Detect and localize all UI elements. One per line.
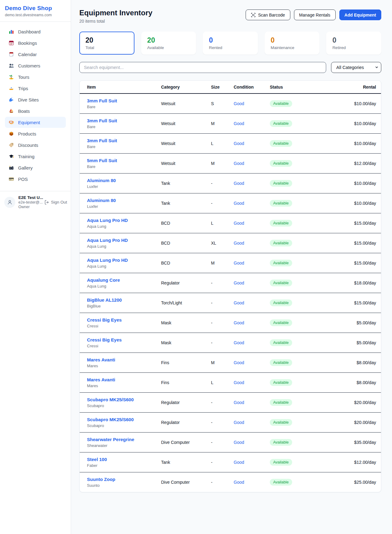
item-link[interactable]: Aqualung Core: [87, 277, 161, 283]
table-row[interactable]: Steel 100FaberTank-GoodAvailable$12.00/d…: [80, 452, 381, 472]
condition-link[interactable]: Good: [234, 420, 270, 425]
item-link[interactable]: 5mm Full Suit: [87, 158, 161, 163]
rental-price: $8.00/day: [316, 380, 376, 385]
item-link[interactable]: Cressi Big Eyes: [87, 337, 161, 342]
status-badge: Available: [270, 439, 292, 446]
table-row[interactable]: Aqua Lung Pro HDAqua LungBCDMGoodAvailab…: [80, 253, 381, 273]
item-link[interactable]: Scubapro MK25/S600: [87, 417, 161, 422]
condition-link[interactable]: Good: [234, 101, 270, 106]
item-link[interactable]: Shearwater Peregrine: [87, 437, 161, 442]
item-link[interactable]: Mares Avanti: [87, 357, 161, 362]
stat-label: Available: [147, 45, 190, 50]
tear-calendar-icon: [9, 51, 14, 57]
status-badge: Available: [270, 280, 292, 286]
stat-card-available[interactable]: 20Available: [141, 32, 196, 55]
item-link[interactable]: 3mm Full Suit: [87, 118, 161, 123]
table-row[interactable]: Suunto ZoopSuuntoDive Computer-GoodAvail…: [80, 472, 381, 492]
condition-link[interactable]: Good: [234, 161, 270, 166]
sidebar-item-trips[interactable]: Trips: [5, 83, 66, 94]
sidebar-item-equipment[interactable]: Equipment: [5, 117, 66, 128]
sidebar-item-dive-sites[interactable]: Dive Sites: [5, 94, 66, 105]
item-link[interactable]: 3mm Full Suit: [87, 138, 161, 143]
table-row[interactable]: Aluminum 80LuxferTank-GoodAvailable$10.0…: [80, 174, 381, 193]
item-brand: Bare: [87, 105, 161, 109]
rental-price: $35.00/day: [316, 440, 376, 445]
table-row[interactable]: Scubapro MK25/S600ScubaproRegulator-Good…: [80, 413, 381, 433]
stat-card-total[interactable]: 20Total: [79, 32, 134, 55]
sidebar-item-training[interactable]: Training: [5, 151, 66, 162]
table-row[interactable]: 5mm Full SuitBareWetsuitMGoodAvailable$1…: [80, 154, 381, 174]
table-row[interactable]: Aqua Lung Pro HDAqua LungBCDXLGoodAvaila…: [80, 233, 381, 253]
condition-link[interactable]: Good: [234, 121, 270, 126]
sidebar-item-discounts[interactable]: Discounts: [5, 139, 66, 151]
condition-link[interactable]: Good: [234, 300, 270, 305]
table-row[interactable]: 3mm Full SuitBareWetsuitMGoodAvailable$1…: [80, 114, 381, 134]
sidebar-item-gallery[interactable]: Gallery: [5, 162, 66, 173]
condition-link[interactable]: Good: [234, 261, 270, 265]
svg-text:17: 17: [10, 43, 13, 45]
item-link[interactable]: Mares Avanti: [87, 377, 161, 382]
sidebar-item-customers[interactable]: Customers: [5, 60, 66, 71]
item-link[interactable]: Aqua Lung Pro HD: [87, 218, 161, 223]
condition-link[interactable]: Good: [234, 360, 270, 365]
manage-rentals-button[interactable]: Manage Rentals: [294, 10, 336, 20]
table-row[interactable]: 3mm Full SuitBareWetsuitLGoodAvailable$1…: [80, 134, 381, 154]
item-category: Mask: [161, 320, 211, 325]
table-row[interactable]: Scubapro MK25/S600ScubaproRegulator-Good…: [80, 393, 381, 413]
condition-link[interactable]: Good: [234, 460, 270, 465]
item-link[interactable]: Scubapro MK25/S600: [87, 397, 161, 402]
item-link[interactable]: Aqua Lung Pro HD: [87, 257, 161, 263]
table-row[interactable]: Mares AvantiMaresFinsMGoodAvailable$8.00…: [80, 353, 381, 373]
condition-link[interactable]: Good: [234, 141, 270, 146]
stat-card-maintenance[interactable]: 0Maintenance: [265, 32, 320, 55]
table-row[interactable]: Shearwater PeregrineShearwaterDive Compu…: [80, 433, 381, 452]
item-link[interactable]: Cressi Big Eyes: [87, 317, 161, 322]
condition-link[interactable]: Good: [234, 181, 270, 186]
table-row[interactable]: Cressi Big EyesCressiMask-GoodAvailable$…: [80, 333, 381, 353]
add-equipment-button[interactable]: Add Equipment: [339, 10, 381, 20]
condition-link[interactable]: Good: [234, 400, 270, 405]
item-link[interactable]: Aqua Lung Pro HD: [87, 238, 161, 243]
stat-value: 20: [85, 36, 128, 44]
table-row[interactable]: Aqua Lung Pro HDAqua LungBCDLGoodAvailab…: [80, 213, 381, 233]
item-link[interactable]: Steel 100: [87, 457, 161, 462]
item-link[interactable]: Aluminum 80: [87, 178, 161, 183]
table-body: 3mm Full SuitBareWetsuitSGoodAvailable$1…: [80, 94, 381, 492]
item-link[interactable]: 3mm Full Suit: [87, 98, 161, 103]
table-row[interactable]: BigBlue AL1200BigBlueTorch/Light-GoodAva…: [80, 293, 381, 313]
sign-out-button[interactable]: Sign Out: [44, 200, 67, 205]
category-select[interactable]: All Categories: [331, 62, 381, 73]
stat-card-rented[interactable]: 0Rented: [203, 32, 258, 55]
table-row[interactable]: 3mm Full SuitBareWetsuitSGoodAvailable$1…: [80, 94, 381, 114]
condition-link[interactable]: Good: [234, 201, 270, 206]
bar-chart-icon: [9, 29, 14, 34]
sidebar-item-boats[interactable]: Boats: [5, 105, 66, 116]
condition-link[interactable]: Good: [234, 241, 270, 246]
sidebar-item-products[interactable]: Products: [5, 128, 66, 139]
item-category: Wetsuit: [161, 101, 211, 106]
sidebar-item-dashboard[interactable]: Dashboard: [5, 26, 66, 37]
condition-link[interactable]: Good: [234, 380, 270, 385]
sidebar-item-bookings[interactable]: 17Bookings: [5, 37, 66, 48]
condition-link[interactable]: Good: [234, 480, 270, 485]
scan-barcode-button[interactable]: Scan Barcode: [246, 10, 290, 20]
sidebar-item-pos[interactable]: POS: [5, 174, 66, 185]
condition-link[interactable]: Good: [234, 280, 270, 285]
sidebar-item-calendar[interactable]: Calendar: [5, 49, 66, 60]
stat-card-retired[interactable]: 0Retired: [326, 32, 381, 55]
table-row[interactable]: Cressi Big EyesCressiMask-GoodAvailable$…: [80, 313, 381, 333]
condition-link[interactable]: Good: [234, 440, 270, 445]
user-role: Owner: [18, 205, 41, 209]
item-link[interactable]: Aluminum 80: [87, 198, 161, 203]
table-row[interactable]: Aqualung CoreAqua LungRegulator-GoodAvai…: [80, 273, 381, 293]
condition-link[interactable]: Good: [234, 320, 270, 325]
table-row[interactable]: Aluminum 80LuxferTank-GoodAvailable$10.0…: [80, 193, 381, 213]
item-link[interactable]: Suunto Zoop: [87, 477, 161, 482]
table-row[interactable]: Mares AvantiMaresFinsLGoodAvailable$8.00…: [80, 373, 381, 393]
sidebar-item-tours[interactable]: Tours: [5, 71, 66, 82]
sign-out-label: Sign Out: [51, 200, 67, 204]
condition-link[interactable]: Good: [234, 221, 270, 226]
condition-link[interactable]: Good: [234, 340, 270, 345]
search-input[interactable]: [79, 62, 326, 73]
item-link[interactable]: BigBlue AL1200: [87, 297, 161, 303]
